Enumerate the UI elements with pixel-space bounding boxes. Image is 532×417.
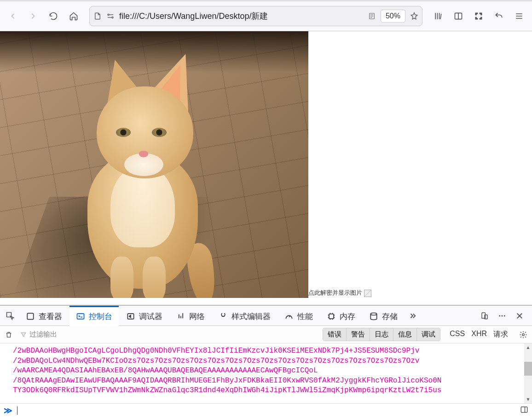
svg-point-0 — [108, 14, 109, 16]
reader-mode-icon[interactable] — [368, 12, 376, 20]
console-line[interactable]: /2wBDAQoLCw4NDhwQEBw7KCIoOzs7Ozs7Ozs7Ozs… — [13, 356, 532, 366]
forward-button[interactable] — [24, 7, 42, 25]
tab-performance-label: 性能 — [297, 311, 313, 322]
svg-point-9 — [370, 313, 376, 315]
page-content: 点此解密并显示图片 — [0, 31, 532, 305]
home-button[interactable] — [64, 7, 83, 25]
menu-button[interactable] — [510, 7, 528, 25]
cat-image — [0, 31, 308, 298]
scroll-thumb[interactable] — [524, 362, 532, 376]
tab-inspector-label: 查看器 — [39, 311, 62, 322]
console-prompt-icon: ≫ — [4, 406, 12, 416]
console-output[interactable]: /2wBDAAoHBwgHBgoICAgLCgoLDhgQDg0NDh0VFhE… — [0, 343, 532, 403]
filter-error[interactable]: 错误 — [323, 328, 347, 341]
devtools-tabs: 查看器 控制台 调试器 网络 样式编辑器 性能 内存 存储 — [0, 306, 532, 326]
library-button[interactable] — [429, 7, 447, 25]
svg-point-1 — [112, 17, 113, 18]
tab-debugger-label: 调试器 — [139, 311, 162, 322]
svg-point-14 — [504, 315, 505, 316]
tab-memory[interactable]: 内存 — [320, 306, 362, 326]
tab-memory-label: 内存 — [340, 311, 355, 322]
element-picker-button[interactable] — [2, 311, 18, 320]
zoom-badge[interactable]: 50% — [381, 10, 405, 23]
tab-console[interactable]: 控制台 — [69, 306, 119, 326]
browser-toolbar: file:///C:/Users/WangLiwen/Desktop/新建 50… — [0, 0, 532, 31]
text-caret — [17, 406, 17, 415]
svg-rect-8 — [329, 314, 334, 319]
filter-xhr[interactable]: XHR — [471, 330, 487, 339]
tab-network-label: 网络 — [189, 311, 205, 322]
console-line[interactable]: /2wBDAAoHBwgHBgoICAgLCgoLDhgQDg0NDh0VFhE… — [13, 346, 532, 356]
bookmark-icon[interactable] — [410, 12, 418, 20]
filter-placeholder: 过滤输出 — [29, 330, 57, 339]
console-settings-button[interactable] — [517, 329, 529, 341]
filter-input[interactable]: 过滤输出 — [18, 328, 319, 341]
log-level-filters: 错误 警告 日志 信息 调试 — [323, 328, 440, 341]
devtools-close-button[interactable] — [512, 308, 527, 324]
console-line[interactable]: /wAARCAMEA4QDASIAAhEBAxEB/8QAHwAAAQUBAQE… — [13, 366, 532, 376]
tab-style-label: 样式编辑器 — [231, 311, 271, 322]
reload-button[interactable] — [44, 7, 63, 25]
svg-point-15 — [522, 333, 525, 336]
sidebar-button[interactable] — [449, 7, 468, 25]
filter-req[interactable]: 请求 — [493, 330, 508, 339]
filter-warn[interactable]: 警告 — [347, 328, 370, 341]
url-bar[interactable]: file:///C:/Users/WangLiwen/Desktop/新建 50… — [89, 6, 422, 26]
console-input[interactable]: ≫ — [0, 403, 532, 417]
screenshot-button[interactable] — [469, 7, 488, 25]
console-filter-bar: 过滤输出 错误 警告 日志 信息 调试 CSS XHR 请求 — [0, 326, 532, 343]
tab-console-label: 控制台 — [89, 311, 112, 322]
page-icon — [93, 12, 102, 20]
svg-rect-16 — [521, 407, 527, 412]
filter-log[interactable]: 日志 — [370, 328, 393, 341]
broken-image-icon[interactable] — [364, 290, 371, 297]
console-line[interactable]: /8QAtRAAAgEDAwIEAwUFBAQAAAF9AQIDAAQRBRIh… — [13, 376, 532, 386]
decrypt-caption[interactable]: 点此解密并显示图片 — [308, 289, 362, 297]
responsive-mode-button[interactable] — [477, 308, 492, 324]
url-text[interactable]: file:///C:/Users/WangLiwen/Desktop/新建 — [119, 11, 363, 22]
tab-debugger[interactable]: 调试器 — [120, 306, 169, 326]
console-line[interactable]: TY3ODk6Q0RFRkdISUpTVFVWV1hZWmNkZWZnaGlqc… — [13, 386, 532, 396]
devtools: 查看器 控制台 调试器 网络 样式编辑器 性能 内存 存储 — [0, 305, 532, 417]
scrollbar[interactable]: ▲ ▼ — [524, 343, 532, 403]
svg-rect-6 — [77, 314, 84, 319]
console-lines: /2wBDAAoHBwgHBgoICAgLCgoLDhgQDg0NDh0VFhE… — [0, 343, 532, 399]
tab-storage-label: 存储 — [382, 311, 398, 322]
tab-performance[interactable]: 性能 — [278, 306, 319, 326]
back-button[interactable] — [4, 7, 22, 25]
tab-style[interactable]: 样式编辑器 — [212, 306, 277, 326]
svg-point-12 — [499, 315, 500, 316]
split-console-button[interactable] — [520, 406, 528, 415]
svg-rect-5 — [27, 313, 33, 319]
tab-storage[interactable]: 存储 — [363, 306, 404, 326]
filter-debug[interactable]: 调试 — [417, 328, 440, 341]
clear-console-button[interactable] — [3, 329, 15, 341]
filter-css[interactable]: CSS — [450, 330, 465, 339]
scroll-down-icon[interactable]: ▼ — [524, 395, 532, 403]
net-filters: CSS XHR 请求 — [450, 330, 508, 339]
tab-inspector[interactable]: 查看器 — [19, 306, 69, 326]
svg-point-13 — [502, 315, 503, 316]
undo-button[interactable] — [490, 7, 508, 25]
tabs-overflow-button[interactable] — [405, 308, 421, 324]
permissions-icon[interactable] — [106, 12, 115, 20]
tab-network[interactable]: 网络 — [170, 306, 211, 326]
filter-info[interactable]: 信息 — [393, 328, 417, 341]
devtools-more-button[interactable] — [494, 308, 510, 324]
scroll-up-icon[interactable]: ▲ — [524, 343, 532, 351]
